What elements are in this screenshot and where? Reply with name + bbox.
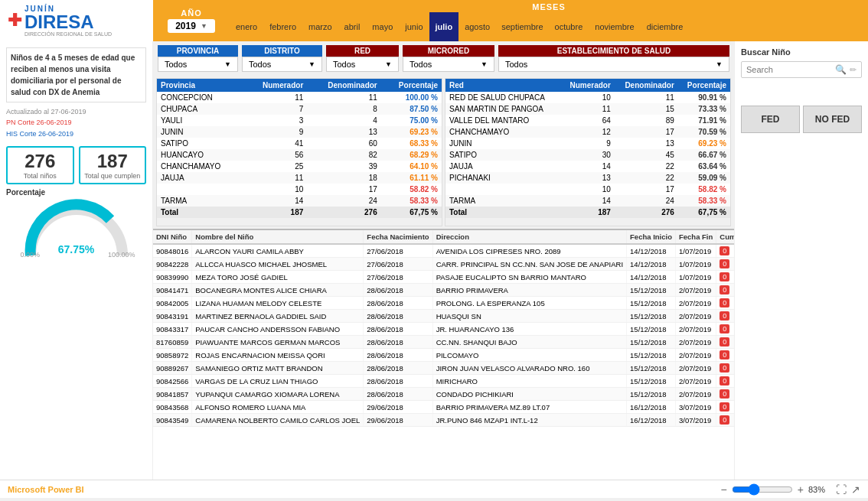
provincia-th-3: Denominador bbox=[307, 79, 380, 92]
search-icon: 🔍 bbox=[835, 64, 847, 75]
table-cell: 14/12/2018 bbox=[627, 271, 676, 284]
table-cell: 2/07/2019 bbox=[675, 310, 716, 323]
red-table: Red Numerador Denominador Porcentaje RED… bbox=[445, 79, 730, 218]
header: ✚ JUNÍN DIRESA DIRECCIÓN REGIONAL DE SAL… bbox=[0, 0, 868, 41]
total-ninos-label: Total niños bbox=[11, 172, 70, 180]
table-cell: 2/07/2019 bbox=[675, 336, 716, 349]
list-item: 90842228ALLCCA HUASCO MICHAEL JHOSMEL27/… bbox=[153, 258, 734, 271]
logo-subtitle: DIRECCIÓN REGIONAL DE SALUD bbox=[24, 31, 112, 37]
logo-text: JUNÍN DIRESA DIRECCIÓN REGIONAL DE SALUD bbox=[24, 5, 112, 37]
table-cell: 90843568 bbox=[153, 401, 192, 414]
table-cell: 0 bbox=[716, 244, 734, 258]
table-cell: 0 bbox=[716, 414, 734, 427]
eraser-icon[interactable]: ✏ bbox=[850, 65, 857, 75]
table-cell: 0 bbox=[716, 323, 734, 336]
popout-icon[interactable]: ↗ bbox=[851, 483, 860, 496]
search-label: Buscar Niño bbox=[741, 47, 862, 57]
red-th-3: Denominador bbox=[615, 79, 678, 92]
search-input[interactable] bbox=[746, 65, 832, 74]
red-th-1: Red bbox=[445, 79, 560, 92]
month-octubre[interactable]: octubre bbox=[549, 12, 589, 41]
filter-establecimiento-select[interactable]: Todos ▼ bbox=[498, 57, 729, 72]
filter-provincia-select[interactable]: Todos ▼ bbox=[158, 57, 238, 72]
month-mayo[interactable]: mayo bbox=[366, 12, 399, 41]
month-enero[interactable]: enero bbox=[230, 12, 263, 41]
filter-microred-chevron: ▼ bbox=[481, 60, 488, 68]
table-row: JUNIN91369.23 % bbox=[445, 138, 730, 149]
bottom-table-header: Fecha Inicio bbox=[627, 230, 676, 244]
month-julio[interactable]: julio bbox=[429, 12, 459, 41]
table-cell: ROJAS ENCARNACION MEISSA QORI bbox=[192, 349, 364, 362]
zoom-minus-icon[interactable]: − bbox=[721, 483, 727, 496]
filter-microred-select[interactable]: Todos ▼ bbox=[403, 57, 494, 72]
month-junio[interactable]: junio bbox=[399, 12, 429, 41]
table-cell: 90841857 bbox=[153, 388, 192, 401]
month-marzo[interactable]: marzo bbox=[302, 12, 338, 41]
zoom-slider[interactable] bbox=[732, 483, 793, 496]
month-septiembre[interactable]: septiembre bbox=[496, 12, 548, 41]
table-cell: 28/06/2018 bbox=[364, 388, 432, 401]
month-agosto[interactable]: agosto bbox=[458, 12, 496, 41]
filter-distrito-label: DISTRITO bbox=[242, 45, 322, 57]
table-cell: 28/06/2018 bbox=[364, 323, 432, 336]
month-noviembre[interactable]: noviembre bbox=[589, 12, 640, 41]
update-info: Actualizado al 27-06-2019 PN Corte 26-06… bbox=[6, 106, 146, 139]
fed-buttons-row: FED NO FED bbox=[741, 106, 862, 133]
table-cell: 15/12/2018 bbox=[627, 323, 676, 336]
filter-microred-value: Todos bbox=[410, 60, 432, 69]
filter-establecimiento: ESTABLECIMIENTO DE SALUD Todos ▼ bbox=[498, 45, 729, 72]
no-fed-button[interactable]: NO FED bbox=[803, 106, 862, 133]
list-item: 90839990MEZA TORO JOSÉ GADIEL27/06/2018P… bbox=[153, 271, 734, 284]
table-cell: 29/06/2018 bbox=[364, 414, 432, 427]
table-cell: 2/07/2019 bbox=[675, 362, 716, 375]
total-cumplen-number: 187 bbox=[83, 151, 142, 172]
bottom-table-section: DNI NiñoNombre del NiñoFecha NacimientoD… bbox=[153, 229, 734, 480]
fed-button[interactable]: FED bbox=[741, 106, 800, 133]
table-cell: 90848016 bbox=[153, 244, 192, 258]
table-cell: 2/07/2019 bbox=[675, 284, 716, 297]
provincia-th-4: Porcentaje bbox=[381, 79, 442, 92]
filter-distrito: DISTRITO Todos ▼ bbox=[242, 45, 322, 72]
table-cell: 28/06/2018 bbox=[364, 349, 432, 362]
table-cell: 0 bbox=[716, 375, 734, 388]
table-cell: 90843317 bbox=[153, 323, 192, 336]
zoom-plus-icon[interactable]: + bbox=[798, 483, 804, 496]
month-abril[interactable]: abril bbox=[338, 12, 367, 41]
table-cell: 90858972 bbox=[153, 349, 192, 362]
filter-microred-label: MICRORED bbox=[403, 45, 494, 57]
filter-establecimiento-label: ESTABLECIMIENTO DE SALUD bbox=[498, 45, 729, 57]
table-cell: AVENIDA LOS CIPRESES NRO. 2089 bbox=[432, 244, 626, 258]
porcentaje-label: Porcentaje bbox=[6, 188, 146, 197]
filter-distrito-select[interactable]: Todos ▼ bbox=[242, 57, 322, 72]
tables-row: Provincia Numerador Denominador Porcenta… bbox=[153, 76, 734, 229]
month-diciembre[interactable]: diciembre bbox=[641, 12, 690, 41]
filter-red-select[interactable]: Todos ▼ bbox=[326, 57, 399, 72]
table-cell: 90842005 bbox=[153, 297, 192, 310]
month-febrero[interactable]: febrero bbox=[263, 12, 302, 41]
gauge-percent-value: 67.75% bbox=[58, 243, 94, 255]
provincia-th-2: Numerador bbox=[244, 79, 307, 92]
year-select[interactable]: 2019 ▼ bbox=[168, 19, 215, 33]
list-item: 90889267SAMANIEGO ORTIZ MATT BRANDON28/0… bbox=[153, 362, 734, 375]
powerbi-link[interactable]: Microsoft Power BI bbox=[8, 485, 84, 494]
table-cell: JR. HUARANCAYO 136 bbox=[432, 323, 626, 336]
table-cell: 16/12/2018 bbox=[627, 401, 676, 414]
table-cell: 3/07/2019 bbox=[675, 414, 716, 427]
table-row: JAUJA142263.64 % bbox=[445, 161, 730, 172]
table-cell: 90842566 bbox=[153, 375, 192, 388]
table-cell: 28/06/2018 bbox=[364, 362, 432, 375]
table-cell: SAMANIEGO ORTIZ MATT BRANDON bbox=[192, 362, 364, 375]
table-cell: 2/07/2019 bbox=[675, 349, 716, 362]
table-row: CHANCHAMAYO121770.59 % bbox=[445, 126, 730, 138]
expand-icon[interactable]: ⛶ bbox=[836, 483, 847, 496]
months-block: MESES enero febrero marzo abril mayo jun… bbox=[230, 0, 868, 41]
bottom-table-header: Cumple HIS bbox=[716, 230, 734, 244]
table-cell: 1/07/2019 bbox=[675, 244, 716, 258]
provincia-th-1: Provincia bbox=[157, 79, 244, 92]
table-row: 101758.82 % bbox=[445, 184, 730, 195]
list-item: 81760859PIAWUANTE MARCOS GERMAN MARCOS28… bbox=[153, 336, 734, 349]
list-item: 90858972ROJAS ENCARNACION MEISSA QORI28/… bbox=[153, 349, 734, 362]
filter-red-label: RED bbox=[326, 45, 399, 57]
search-box[interactable]: 🔍 ✏ bbox=[741, 61, 862, 78]
year-block: AÑO 2019 ▼ bbox=[153, 0, 230, 41]
